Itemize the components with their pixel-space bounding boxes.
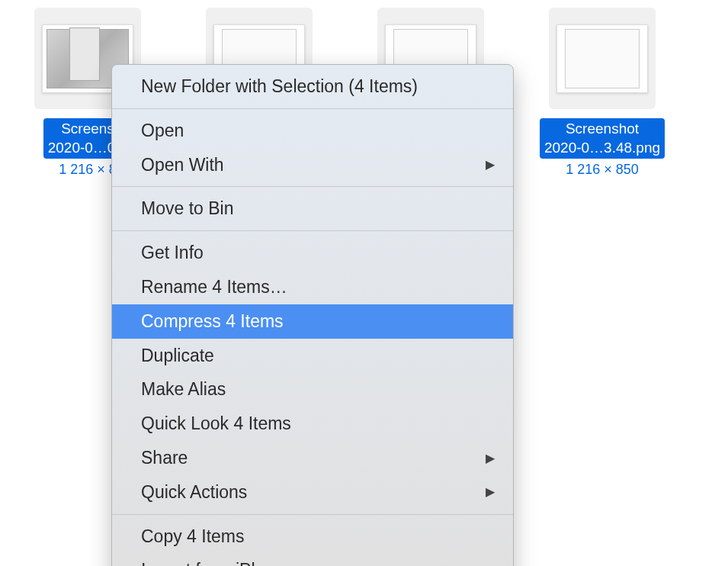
file-dimensions: 1 216 × 850 xyxy=(566,162,639,178)
thumbnail-frame xyxy=(549,8,656,109)
menu-divider xyxy=(112,230,513,231)
file-dimensions: 1 216 × 8 xyxy=(59,162,117,178)
menu-new-folder-selection[interactable]: New Folder with Selection (4 Items) xyxy=(112,69,513,104)
file-item-4[interactable]: Screenshot 2020-0…3.48.png 1 216 × 850 xyxy=(537,8,667,178)
menu-open-with[interactable]: Open With ▶ xyxy=(112,148,513,182)
menu-divider xyxy=(112,186,513,187)
menu-label: Share xyxy=(141,444,188,472)
menu-share[interactable]: Share ▶ xyxy=(112,441,513,475)
menu-quick-look[interactable]: Quick Look 4 Items xyxy=(112,407,513,441)
menu-label: Quick Look 4 Items xyxy=(141,410,291,438)
thumbnail-preview xyxy=(556,24,648,93)
menu-label: Compress 4 Items xyxy=(141,307,284,336)
menu-label: Import from iPhone xyxy=(141,556,290,566)
menu-label: Quick Actions xyxy=(141,478,247,507)
submenu-arrow-icon: ▶ xyxy=(486,482,495,502)
menu-rename[interactable]: Rename 4 Items… xyxy=(112,270,513,304)
menu-divider xyxy=(112,514,513,515)
menu-import-iphone[interactable]: Import from iPhone ▶ xyxy=(112,553,513,566)
menu-compress[interactable]: Compress 4 Items xyxy=(112,304,513,339)
menu-label: Open With xyxy=(141,151,224,179)
menu-label: Get Info xyxy=(141,239,204,267)
menu-open[interactable]: Open xyxy=(112,114,513,148)
menu-label: Copy 4 Items xyxy=(141,523,245,551)
submenu-arrow-icon: ▶ xyxy=(486,155,495,175)
context-menu: New Folder with Selection (4 Items) Open… xyxy=(111,64,514,566)
menu-label: New Folder with Selection (4 Items) xyxy=(141,72,418,101)
menu-copy[interactable]: Copy 4 Items xyxy=(112,519,513,554)
menu-quick-actions[interactable]: Quick Actions ▶ xyxy=(112,475,513,510)
menu-label: Open xyxy=(141,117,184,145)
submenu-arrow-icon: ▶ xyxy=(486,449,495,468)
menu-label: Rename 4 Items… xyxy=(141,273,287,301)
menu-move-to-bin[interactable]: Move to Bin xyxy=(112,191,513,226)
menu-duplicate[interactable]: Duplicate xyxy=(112,339,513,373)
submenu-arrow-icon: ▶ xyxy=(486,561,495,566)
menu-make-alias[interactable]: Make Alias xyxy=(112,372,513,407)
menu-label: Make Alias xyxy=(141,375,226,404)
file-name-label: Screenshot 2020-0…3.48.png xyxy=(540,118,665,159)
menu-get-info[interactable]: Get Info xyxy=(112,236,513,270)
menu-label: Move to Bin xyxy=(141,195,233,223)
menu-label: Duplicate xyxy=(141,342,214,370)
menu-divider xyxy=(112,108,513,109)
